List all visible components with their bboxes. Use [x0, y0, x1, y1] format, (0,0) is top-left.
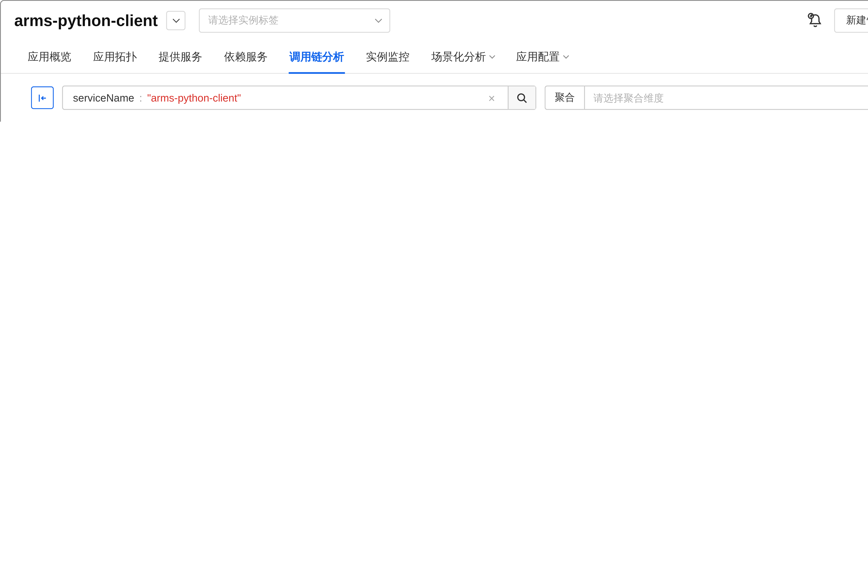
notification-bell-icon[interactable] [806, 11, 825, 30]
page-title: arms-python-client [14, 11, 158, 29]
collapse-filter-button[interactable] [31, 87, 54, 109]
tab-provided-services[interactable]: 提供服务 [158, 40, 203, 73]
chevron-down-icon [563, 52, 569, 58]
query-separator: : [139, 92, 142, 104]
tab-dependent-services[interactable]: 依赖服务 [223, 40, 269, 73]
query-value: "arms-python-client" [147, 92, 241, 104]
arms-console-page: arms-python-client 请选择实例标签 新建告警规则 5min 最… [0, 0, 868, 122]
tab-app-overview[interactable]: 应用概览 [27, 40, 72, 73]
aggregate-dimension-input[interactable] [584, 85, 868, 110]
collapse-left-icon [37, 92, 48, 104]
search-button[interactable] [508, 87, 536, 109]
top-header: arms-python-client 请选择实例标签 新建告警规则 5min 最… [1, 1, 868, 40]
chevron-down-icon [489, 52, 495, 58]
aggregate-label: 聚合 [545, 85, 584, 110]
chevron-down-icon [172, 16, 179, 23]
chevron-down-icon [375, 16, 382, 23]
tab-app-topology[interactable]: 应用拓扑 [92, 40, 138, 73]
main-nav: 应用概览 应用拓扑 提供服务 依赖服务 调用链分析 实例监控 场景化分析 应用配… [1, 40, 868, 74]
instance-tag-select[interactable]: 请选择实例标签 [199, 8, 390, 32]
quick-filter-sidebar: 快捷筛选 状态 次数|耗时 无状态 5871 [1, 110, 165, 122]
tab-instance-monitoring[interactable]: 实例监控 [365, 40, 410, 73]
query-toolbar: serviceName : "arms-python-client" × 聚合 [31, 85, 868, 110]
search-icon [516, 92, 528, 104]
query-input[interactable]: serviceName : "arms-python-client" × [62, 85, 536, 110]
tab-scenario-analysis[interactable]: 场景化分析 [431, 40, 495, 73]
query-key: serviceName [73, 92, 134, 104]
tab-app-config[interactable]: 应用配置 [515, 40, 569, 73]
create-alert-button[interactable]: 新建告警规则 [834, 8, 868, 32]
main-content: 调用次数 04008001200160012:10:0012:12:0012:1… [165, 110, 868, 122]
aggregate-group: 聚合 [545, 85, 868, 110]
instance-select-placeholder: 请选择实例标签 [208, 13, 279, 28]
tab-trace-analysis[interactable]: 调用链分析 [289, 40, 345, 73]
clear-query-icon[interactable]: × [481, 91, 503, 104]
app-switcher-button[interactable] [166, 11, 185, 30]
